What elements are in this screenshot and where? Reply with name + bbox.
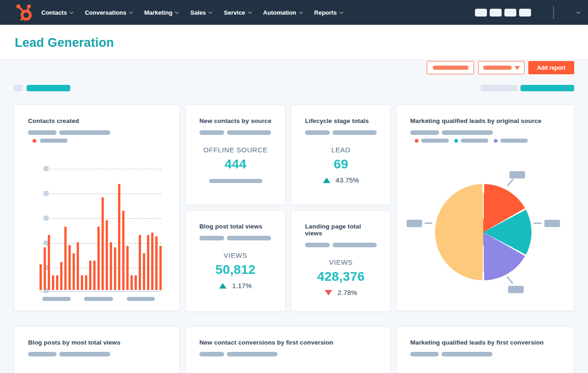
nav-item-service[interactable]: Service	[224, 9, 251, 16]
bar	[40, 264, 42, 290]
dropdown-triangle-icon	[514, 66, 520, 70]
subtitle-placeholder	[442, 130, 493, 135]
metric-delta: 1.17%	[186, 282, 285, 289]
bar	[68, 245, 71, 290]
x-tick-placeholder	[127, 297, 155, 301]
toolbar-icon-placeholder[interactable]	[490, 9, 502, 17]
x-tick-placeholder	[84, 297, 113, 301]
trend-up-icon	[219, 283, 226, 289]
report-card-blog-post-total-views[interactable]: Blog post total views VIEWS 50,812 1.17%	[185, 210, 286, 312]
account-chevron-down-icon[interactable]	[577, 10, 580, 13]
report-subtitle-placeholder	[305, 243, 377, 247]
report-subtitle-placeholder	[410, 352, 560, 356]
chevron-down-icon	[175, 10, 179, 13]
delta-value: 43.75%	[336, 176, 359, 184]
report-card-new-contact-conversions[interactable]: New contact conversions by first convers…	[185, 326, 391, 373]
bar	[89, 261, 91, 290]
nav-item-marketing[interactable]: Marketing	[144, 9, 178, 16]
nav-item-reports[interactable]: Reports	[314, 9, 343, 16]
nav-label: Service	[224, 9, 245, 16]
nav-label: Marketing	[144, 9, 172, 16]
nav-item-contacts[interactable]: Contacts	[41, 9, 73, 16]
report-subtitle-placeholder	[199, 352, 377, 356]
dashboard-filter-placeholder[interactable]	[481, 85, 518, 91]
nav-label: Sales	[190, 9, 206, 16]
dashboard-filter-placeholder[interactable]	[14, 85, 23, 91]
report-card-blog-posts-by-most-total-views[interactable]: Blog posts by most total views	[14, 326, 180, 373]
dashboard-filter-placeholder[interactable]	[27, 85, 70, 91]
bar	[110, 242, 112, 290]
report-title: Blog post total views	[199, 223, 271, 230]
nav-item-automation[interactable]: Automation	[263, 9, 302, 16]
metric-value: 69	[291, 157, 390, 172]
subtitle-placeholder	[227, 130, 271, 135]
chart-legend	[410, 139, 560, 143]
subtitle-placeholder	[333, 130, 377, 135]
metric-delta: 43.75%	[291, 176, 390, 184]
report-title: Marketing qualified leads by first conve…	[410, 339, 560, 346]
toolbar-icon-placeholder[interactable]	[519, 9, 531, 17]
report-subtitle-placeholder	[28, 352, 165, 356]
navbar-divider	[553, 6, 554, 19]
subtitle-placeholder	[305, 130, 330, 135]
hubspot-logo-icon[interactable]	[14, 3, 34, 22]
legend-dot-icon	[454, 139, 458, 143]
report-card-contacts-created[interactable]: Contacts created	[14, 105, 180, 311]
nav-label: Automation	[263, 9, 296, 16]
trend-up-icon	[323, 178, 330, 183]
report-subtitle-placeholder	[28, 130, 165, 135]
delta-value: 2.78%	[338, 289, 357, 296]
chevron-down-icon	[248, 10, 251, 13]
chart-legend	[28, 139, 165, 143]
report-card-mql-by-first-conversion[interactable]: Marketing qualified leads by first conve…	[396, 326, 574, 373]
pie-callout-label-placeholder	[544, 220, 560, 227]
report-card-mql-by-original-source[interactable]: Marketing qualified leads by original so…	[396, 105, 574, 311]
report-subtitle-placeholder	[199, 236, 271, 240]
metric-value: 428,376	[291, 269, 390, 284]
subtitle-placeholder	[227, 236, 271, 240]
report-card-landing-page-total-views[interactable]: Landing page total views VIEWS 428,376 2…	[291, 210, 391, 312]
bar-chart	[40, 168, 162, 290]
toolbar-icon-placeholder[interactable]	[504, 9, 516, 17]
x-axis-line	[40, 291, 162, 292]
pie-callout-label-placeholder	[407, 220, 422, 227]
pie-callout-line	[507, 178, 514, 186]
report-title: Landing page total views	[305, 223, 377, 237]
subtitle-placeholder	[28, 352, 57, 356]
bar	[48, 235, 50, 290]
nav-item-sales[interactable]: Sales	[190, 9, 212, 16]
subtitle-placeholder	[199, 130, 224, 135]
report-card-new-contacts-by-source[interactable]: New contacts by source OFFLINE SOURCE 44…	[185, 105, 286, 205]
report-subtitle-placeholder	[199, 130, 271, 135]
metric-delta: 2.78%	[291, 289, 390, 296]
pie-callout-label-placeholder	[509, 171, 525, 178]
add-report-button[interactable]: Add report	[528, 61, 574, 74]
legend-label-placeholder	[461, 139, 488, 143]
bar	[93, 261, 96, 290]
subtitle-placeholder	[333, 243, 377, 247]
nav-label: Reports	[314, 9, 337, 16]
report-title: Contacts created	[28, 117, 165, 124]
header-action-button-1[interactable]	[427, 61, 474, 74]
report-card-lifecycle-stage-totals[interactable]: Lifecycle stage totals LEAD 69 43.75%	[291, 105, 391, 205]
pie-callout-line	[533, 223, 542, 224]
subtitle-placeholder	[59, 130, 110, 135]
metric-value: 50,812	[186, 262, 285, 277]
header-dropdown-button[interactable]	[478, 61, 525, 74]
x-tick-placeholder	[42, 297, 71, 301]
subtitle-placeholder	[441, 352, 492, 356]
metric-value: 444	[186, 157, 285, 172]
bar	[77, 242, 79, 290]
toolbar-icon-placeholder[interactable]	[475, 9, 487, 17]
bar	[130, 275, 133, 290]
page-title: Lead Generation	[15, 36, 114, 50]
legend-dot-icon	[33, 139, 36, 143]
report-subtitle-placeholder	[305, 130, 377, 135]
bar	[159, 246, 162, 290]
report-title: Lifecycle stage totals	[305, 117, 377, 124]
legend-label-placeholder	[40, 139, 68, 143]
subtitle-placeholder	[227, 352, 277, 356]
dashboard-filter-placeholder[interactable]	[520, 85, 574, 91]
chevron-down-icon	[69, 10, 73, 13]
nav-item-conversations[interactable]: Conversations	[85, 9, 132, 16]
